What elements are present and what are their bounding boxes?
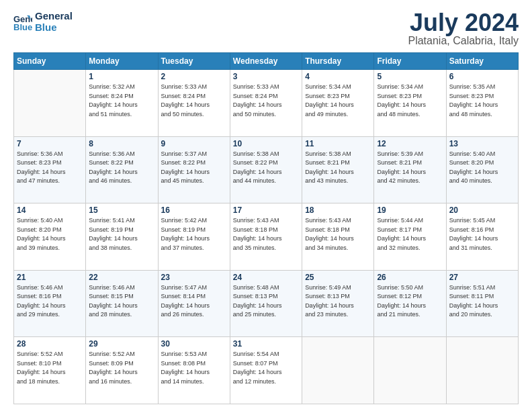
- day-info: Sunrise: 5:33 AM Sunset: 8:24 PM Dayligh…: [233, 83, 299, 119]
- day-number: 11: [305, 139, 371, 148]
- logo-line2: Blue: [35, 22, 73, 34]
- day-info: Sunrise: 5:48 AM Sunset: 8:13 PM Dayligh…: [233, 283, 299, 320]
- day-info: Sunrise: 5:50 AM Sunset: 8:12 PM Dayligh…: [377, 283, 443, 320]
- day-info: Sunrise: 5:52 AM Sunset: 8:09 PM Dayligh…: [89, 350, 154, 386]
- calendar-cell: 13Sunrise: 5:40 AM Sunset: 8:20 PM Dayli…: [446, 136, 518, 203]
- calendar-cell: 29Sunrise: 5:52 AM Sunset: 8:09 PM Dayli…: [86, 337, 158, 404]
- day-number: 5: [377, 72, 443, 81]
- weekday-header-thursday: Thursday: [302, 53, 374, 70]
- logo-icon: General Blue: [13, 13, 32, 32]
- calendar-cell: 25Sunrise: 5:49 AM Sunset: 8:13 PM Dayli…: [302, 270, 374, 337]
- day-number: 10: [233, 139, 299, 148]
- calendar-cell: 2Sunrise: 5:33 AM Sunset: 8:24 PM Daylig…: [158, 70, 230, 137]
- header: General Blue General Blue July 2024 Plat…: [13, 11, 519, 47]
- calendar-cell: 22Sunrise: 5:46 AM Sunset: 8:15 PM Dayli…: [86, 270, 158, 337]
- day-number: 19: [377, 205, 443, 215]
- day-number: 2: [161, 72, 227, 81]
- day-number: 20: [449, 205, 515, 215]
- calendar-cell: 8Sunrise: 5:36 AM Sunset: 8:22 PM Daylig…: [86, 136, 158, 203]
- calendar-cell: 1Sunrise: 5:32 AM Sunset: 8:24 PM Daylig…: [86, 70, 158, 137]
- day-number: 14: [17, 205, 83, 215]
- calendar-cell: 24Sunrise: 5:48 AM Sunset: 8:13 PM Dayli…: [230, 270, 302, 337]
- day-info: Sunrise: 5:44 AM Sunset: 8:17 PM Dayligh…: [377, 216, 443, 253]
- calendar-cell: [446, 337, 518, 404]
- day-info: Sunrise: 5:41 AM Sunset: 8:19 PM Dayligh…: [89, 216, 154, 253]
- weekday-header-friday: Friday: [374, 53, 446, 70]
- calendar-cell: 17Sunrise: 5:43 AM Sunset: 8:18 PM Dayli…: [230, 203, 302, 271]
- weekday-header-sunday: Sunday: [14, 53, 86, 70]
- day-info: Sunrise: 5:32 AM Sunset: 8:24 PM Dayligh…: [89, 83, 154, 119]
- calendar-cell: 18Sunrise: 5:43 AM Sunset: 8:18 PM Dayli…: [302, 203, 374, 271]
- day-info: Sunrise: 5:39 AM Sunset: 8:21 PM Dayligh…: [377, 150, 443, 186]
- day-number: 6: [449, 72, 515, 81]
- calendar-cell: 26Sunrise: 5:50 AM Sunset: 8:12 PM Dayli…: [374, 270, 446, 337]
- day-number: 17: [233, 205, 299, 215]
- day-info: Sunrise: 5:40 AM Sunset: 8:20 PM Dayligh…: [449, 150, 515, 186]
- calendar-cell: 5Sunrise: 5:34 AM Sunset: 8:23 PM Daylig…: [374, 70, 446, 137]
- day-number: 26: [377, 273, 443, 282]
- calendar-table: SundayMondayTuesdayWednesdayThursdayFrid…: [13, 52, 519, 404]
- day-number: 21: [17, 273, 83, 282]
- calendar-cell: [374, 337, 446, 404]
- calendar-cell: 9Sunrise: 5:37 AM Sunset: 8:22 PM Daylig…: [158, 136, 230, 203]
- day-number: 28: [17, 339, 83, 349]
- day-number: 1: [89, 72, 154, 81]
- day-number: 4: [305, 72, 371, 81]
- weekday-header-saturday: Saturday: [446, 53, 518, 70]
- day-info: Sunrise: 5:43 AM Sunset: 8:18 PM Dayligh…: [233, 216, 299, 253]
- day-number: 29: [89, 339, 154, 349]
- calendar-week-row: 7Sunrise: 5:36 AM Sunset: 8:23 PM Daylig…: [14, 136, 519, 203]
- day-number: 31: [233, 339, 299, 349]
- day-number: 25: [305, 273, 371, 282]
- calendar-cell: [14, 70, 86, 137]
- calendar-week-row: 28Sunrise: 5:52 AM Sunset: 8:10 PM Dayli…: [14, 337, 519, 404]
- weekday-header-monday: Monday: [86, 53, 158, 70]
- calendar-cell: 23Sunrise: 5:47 AM Sunset: 8:14 PM Dayli…: [158, 270, 230, 337]
- weekday-header-row: SundayMondayTuesdayWednesdayThursdayFrid…: [14, 53, 519, 70]
- day-number: 30: [161, 339, 227, 349]
- calendar-cell: 12Sunrise: 5:39 AM Sunset: 8:21 PM Dayli…: [374, 136, 446, 203]
- calendar-cell: 6Sunrise: 5:35 AM Sunset: 8:23 PM Daylig…: [446, 70, 518, 137]
- calendar-cell: 3Sunrise: 5:33 AM Sunset: 8:24 PM Daylig…: [230, 70, 302, 137]
- day-info: Sunrise: 5:37 AM Sunset: 8:22 PM Dayligh…: [161, 150, 227, 186]
- day-info: Sunrise: 5:46 AM Sunset: 8:15 PM Dayligh…: [89, 283, 154, 320]
- day-number: 13: [449, 139, 515, 148]
- day-info: Sunrise: 5:54 AM Sunset: 8:07 PM Dayligh…: [233, 350, 299, 386]
- calendar-cell: 28Sunrise: 5:52 AM Sunset: 8:10 PM Dayli…: [14, 337, 86, 404]
- day-number: 16: [161, 205, 227, 215]
- day-info: Sunrise: 5:45 AM Sunset: 8:16 PM Dayligh…: [449, 216, 515, 253]
- calendar-cell: 27Sunrise: 5:51 AM Sunset: 8:11 PM Dayli…: [446, 270, 518, 337]
- day-info: Sunrise: 5:33 AM Sunset: 8:24 PM Dayligh…: [161, 83, 227, 119]
- day-info: Sunrise: 5:43 AM Sunset: 8:18 PM Dayligh…: [305, 216, 371, 253]
- day-number: 15: [89, 205, 154, 215]
- day-info: Sunrise: 5:38 AM Sunset: 8:21 PM Dayligh…: [305, 150, 371, 186]
- day-info: Sunrise: 5:53 AM Sunset: 8:08 PM Dayligh…: [161, 350, 227, 386]
- day-info: Sunrise: 5:51 AM Sunset: 8:11 PM Dayligh…: [449, 283, 515, 320]
- day-number: 23: [161, 273, 227, 282]
- calendar-cell: 30Sunrise: 5:53 AM Sunset: 8:08 PM Dayli…: [158, 337, 230, 404]
- calendar-week-row: 14Sunrise: 5:40 AM Sunset: 8:20 PM Dayli…: [14, 203, 519, 271]
- day-info: Sunrise: 5:34 AM Sunset: 8:23 PM Dayligh…: [305, 83, 371, 119]
- calendar-cell: 10Sunrise: 5:38 AM Sunset: 8:22 PM Dayli…: [230, 136, 302, 203]
- day-number: 12: [377, 139, 443, 148]
- page: General Blue General Blue July 2024 Plat…: [0, 0, 532, 411]
- subtitle: Platania, Calabria, Italy: [408, 35, 519, 47]
- day-info: Sunrise: 5:36 AM Sunset: 8:22 PM Dayligh…: [89, 150, 154, 186]
- title-block: July 2024 Platania, Calabria, Italy: [408, 11, 519, 47]
- calendar-cell: 7Sunrise: 5:36 AM Sunset: 8:23 PM Daylig…: [14, 136, 86, 203]
- calendar-cell: [302, 337, 374, 404]
- day-info: Sunrise: 5:35 AM Sunset: 8:23 PM Dayligh…: [449, 83, 515, 119]
- weekday-header-wednesday: Wednesday: [230, 53, 302, 70]
- calendar-cell: 31Sunrise: 5:54 AM Sunset: 8:07 PM Dayli…: [230, 337, 302, 404]
- calendar-week-row: 1Sunrise: 5:32 AM Sunset: 8:24 PM Daylig…: [14, 70, 519, 137]
- day-number: 3: [233, 72, 299, 81]
- calendar-cell: 20Sunrise: 5:45 AM Sunset: 8:16 PM Dayli…: [446, 203, 518, 271]
- day-info: Sunrise: 5:36 AM Sunset: 8:23 PM Dayligh…: [17, 150, 83, 186]
- main-title: July 2024: [408, 11, 519, 35]
- day-info: Sunrise: 5:46 AM Sunset: 8:16 PM Dayligh…: [17, 283, 83, 320]
- day-number: 8: [89, 139, 154, 148]
- day-number: 9: [161, 139, 227, 148]
- day-number: 24: [233, 273, 299, 282]
- day-info: Sunrise: 5:40 AM Sunset: 8:20 PM Dayligh…: [17, 216, 83, 253]
- day-info: Sunrise: 5:52 AM Sunset: 8:10 PM Dayligh…: [17, 350, 83, 386]
